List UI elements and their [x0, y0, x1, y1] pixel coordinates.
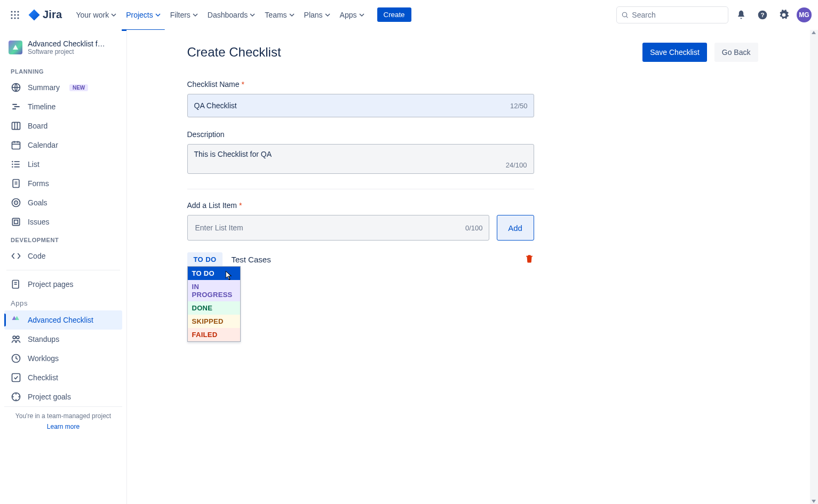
- nav-item-teams[interactable]: Teams: [260, 7, 298, 22]
- nav-item-label: Apps: [340, 11, 357, 19]
- svg-point-6: [11, 17, 12, 19]
- chevron-down-icon: [250, 12, 255, 18]
- chevron-down-icon: [155, 12, 161, 18]
- pages-icon: [11, 279, 21, 290]
- sidebar-item-timeline[interactable]: Timeline: [4, 97, 122, 116]
- help-icon[interactable]: ?: [754, 6, 771, 23]
- settings-icon[interactable]: [775, 6, 792, 23]
- status-dropdown: TO DOIN PROGRESSDONESKIPPEDFAILED: [187, 266, 241, 342]
- nav-item-projects[interactable]: Projects: [122, 7, 165, 22]
- list-item-counter: 0/100: [465, 224, 483, 232]
- checklist-name-label: Checklist Name*: [187, 80, 534, 89]
- description-input[interactable]: This is Checklist for QA 24/100: [187, 144, 534, 174]
- advanced-checklist-icon: [11, 315, 21, 325]
- svg-rect-18: [12, 122, 20, 129]
- sidebar-item-calendar[interactable]: Calendar: [4, 135, 122, 155]
- add-button[interactable]: Add: [497, 215, 534, 241]
- project-header[interactable]: Advanced Checklist for J... Software pro…: [4, 37, 122, 63]
- svg-point-3: [11, 14, 12, 15]
- issues-icon: [11, 217, 21, 227]
- checklist-name-counter: 12/50: [510, 102, 528, 110]
- sidebar-item-label: Worklogs: [28, 354, 59, 363]
- top-navigation: Jira Your workProjectsFiltersDashboardsT…: [0, 0, 818, 30]
- sidebar-item-advanced-checklist[interactable]: Advanced Checklist: [4, 310, 122, 330]
- list-item-row: TO DO Test Cases TO DOIN PROGRESSDONESKI…: [187, 252, 534, 267]
- save-checklist-button[interactable]: Save Checklist: [642, 43, 707, 62]
- nav-item-plans[interactable]: Plans: [300, 7, 335, 22]
- sidebar-item-label: Goals: [28, 198, 47, 207]
- jira-logo[interactable]: Jira: [28, 9, 62, 21]
- sidebar-item-label: Calendar: [28, 141, 58, 149]
- svg-rect-21: [12, 142, 20, 149]
- delete-item-button[interactable]: [525, 254, 534, 265]
- chevron-down-icon: [359, 12, 364, 18]
- svg-text:?: ?: [760, 11, 764, 18]
- sidebar-item-issues[interactable]: Issues: [4, 212, 122, 231]
- user-avatar[interactable]: MG: [797, 7, 812, 22]
- chevron-down-icon: [325, 12, 330, 18]
- status-dropdown-trigger[interactable]: TO DO: [187, 252, 223, 267]
- main-scrollbar[interactable]: [810, 30, 818, 504]
- status-option-inprog[interactable]: IN PROGRESS: [188, 280, 240, 301]
- sidebar-item-label: Advanced Checklist: [28, 316, 93, 324]
- sidebar-item-project-goals[interactable]: Project goals: [4, 387, 122, 406]
- goals-icon: [11, 197, 21, 208]
- status-option-done[interactable]: DONE: [188, 301, 240, 315]
- main-content: Create Checklist Save Checklist Go Back …: [127, 30, 818, 504]
- chevron-down-icon: [193, 12, 198, 18]
- jira-logo-text: Jira: [43, 9, 62, 21]
- trash-icon: [525, 254, 534, 263]
- svg-point-43: [17, 336, 19, 339]
- sidebar-learn-more-link[interactable]: Learn more: [10, 423, 117, 430]
- project-goals-icon: [11, 391, 21, 402]
- nav-item-dashboards[interactable]: Dashboards: [203, 7, 260, 22]
- nav-item-apps[interactable]: Apps: [336, 7, 369, 22]
- go-back-button[interactable]: Go Back: [714, 43, 758, 62]
- sidebar-item-board[interactable]: Board: [4, 116, 122, 135]
- svg-point-0: [11, 11, 12, 12]
- calendar-icon: [11, 140, 21, 150]
- list-item-input[interactable]: [187, 215, 489, 241]
- page-title: Create Checklist: [187, 45, 281, 60]
- sidebar-divider: [6, 270, 120, 270]
- checklist-name-input[interactable]: [187, 94, 534, 117]
- nav-item-label: Projects: [126, 11, 153, 19]
- project-icon: [9, 41, 22, 54]
- app-switcher-icon[interactable]: [6, 6, 23, 23]
- create-button[interactable]: Create: [377, 7, 411, 22]
- sidebar-item-code[interactable]: Code: [4, 246, 122, 266]
- standups-icon: [11, 334, 21, 345]
- status-option-failed[interactable]: FAILED: [188, 328, 240, 341]
- sidebar-item-goals[interactable]: Goals: [4, 193, 122, 212]
- status-option-skipped[interactable]: SKIPPED: [188, 315, 240, 328]
- nav-item-filters[interactable]: Filters: [166, 7, 202, 22]
- nav-item-label: Teams: [265, 11, 287, 19]
- sidebar-item-label: Standups: [28, 335, 59, 343]
- nav-item-label: Dashboards: [208, 11, 248, 19]
- notifications-icon[interactable]: [733, 6, 750, 23]
- sidebar-item-label: Forms: [28, 179, 49, 188]
- sidebar-item-list[interactable]: List: [4, 155, 122, 174]
- svg-point-29: [12, 164, 13, 165]
- svg-rect-37: [12, 218, 19, 225]
- sidebar-item-standups[interactable]: Standups: [4, 330, 122, 349]
- sidebar-item-label: Project goals: [28, 393, 71, 401]
- sidebar-item-worklogs[interactable]: Worklogs: [4, 349, 122, 368]
- sidebar-item-forms[interactable]: Forms: [4, 174, 122, 193]
- svg-point-30: [12, 166, 13, 168]
- search-input[interactable]: [632, 11, 724, 19]
- svg-rect-38: [14, 220, 18, 224]
- sidebar-item-label: Board: [28, 122, 47, 130]
- status-option-todo[interactable]: TO DO: [188, 267, 240, 280]
- list-icon: [11, 159, 21, 170]
- sidebar-item-checklist[interactable]: Checklist: [4, 368, 122, 387]
- sidebar-item-summary[interactable]: SummaryNEW: [4, 78, 122, 97]
- search-box[interactable]: [616, 6, 728, 23]
- svg-point-5: [17, 14, 19, 15]
- add-list-item-label: Add a List Item*: [187, 201, 534, 210]
- nav-item-your-work[interactable]: Your work: [72, 7, 121, 22]
- sidebar-item-label: Issues: [28, 218, 49, 226]
- nav-item-label: Filters: [170, 11, 190, 19]
- nav-item-label: Your work: [76, 11, 109, 19]
- sidebar-item-project-pages[interactable]: Project pages: [4, 275, 122, 294]
